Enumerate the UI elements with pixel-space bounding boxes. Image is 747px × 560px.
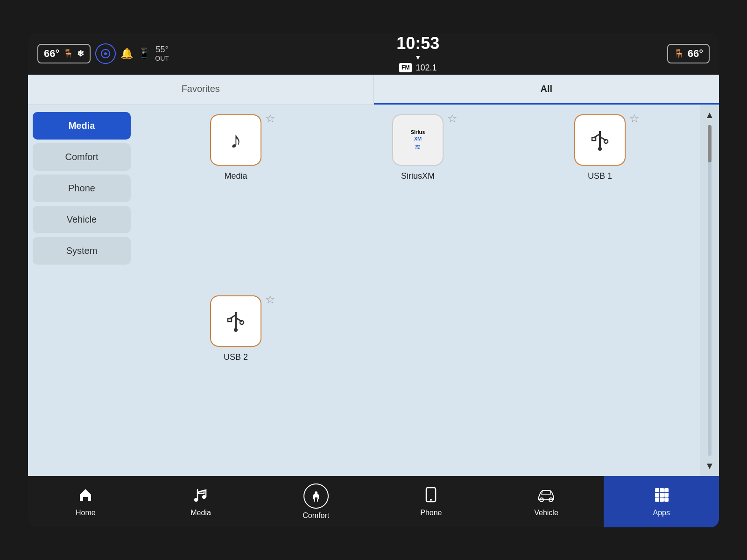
seat-heat-icon: 🪑 bbox=[63, 49, 73, 59]
svg-rect-25 bbox=[664, 493, 669, 497]
nav-media-label: Media bbox=[190, 509, 211, 517]
svg-point-5 bbox=[604, 140, 608, 143]
phone-icon[interactable]: 📱 bbox=[138, 48, 150, 60]
nav-phone-label: Phone bbox=[420, 509, 442, 517]
app-item-usb1[interactable]: ☆ USB 1 bbox=[514, 114, 686, 286]
media-icon bbox=[193, 487, 209, 506]
seat-icon-right: 🪑 bbox=[674, 49, 684, 59]
svg-rect-28 bbox=[664, 497, 669, 502]
app-icon-usb1[interactable] bbox=[574, 114, 626, 166]
sidebar-item-phone[interactable]: Phone bbox=[33, 175, 131, 202]
scroll-up-arrow[interactable]: ▲ bbox=[705, 110, 714, 120]
scrollbar: ▲ ▼ bbox=[700, 105, 719, 476]
svg-rect-4 bbox=[592, 138, 596, 140]
sirius-logo: Sirius XM ≋ bbox=[411, 129, 425, 151]
scroll-down-arrow[interactable]: ▼ bbox=[705, 461, 714, 471]
svg-rect-26 bbox=[655, 497, 659, 502]
app-label-siriusxm: SiriusXM bbox=[401, 171, 435, 181]
bottom-nav: Home Media Comfort bbox=[28, 476, 719, 527]
outside-temp: 55° OUT bbox=[155, 45, 169, 63]
app-item-media[interactable]: ♪ ☆ Media bbox=[149, 114, 322, 286]
nav-home-label: Home bbox=[76, 509, 96, 517]
tab-favorites[interactable]: Favorites bbox=[28, 75, 374, 105]
app-icon-media[interactable]: ♪ bbox=[210, 114, 261, 166]
svg-rect-27 bbox=[660, 497, 664, 502]
nav-phone[interactable]: Phone bbox=[374, 476, 489, 527]
sidebar-item-system[interactable]: System bbox=[33, 237, 131, 265]
svg-rect-21 bbox=[660, 488, 664, 492]
home-icon bbox=[78, 487, 93, 506]
svg-rect-24 bbox=[660, 493, 664, 497]
svg-point-13 bbox=[194, 498, 198, 502]
tab-bar: Favorites All bbox=[28, 75, 719, 105]
sidebar: Media Comfort Phone Vehicle System bbox=[28, 105, 135, 476]
sidebar-item-media[interactable]: Media bbox=[33, 112, 131, 140]
svg-point-17 bbox=[430, 499, 432, 501]
nav-apps[interactable]: Apps bbox=[604, 476, 719, 527]
temp-right[interactable]: 🪑 66° bbox=[667, 44, 710, 63]
nav-media[interactable]: Media bbox=[143, 476, 259, 527]
bell-icon[interactable]: 🔔 bbox=[120, 48, 133, 60]
status-bar: 66° 🪑 ❄ 🔔 📱 55° OUT 10:53 ▼ FM 1 bbox=[28, 33, 719, 75]
nav-apps-label: Apps bbox=[653, 509, 669, 517]
app-item-siriusxm[interactable]: Sirius XM ≋ ☆ SiriusXM bbox=[331, 114, 504, 286]
music-note-icon: ♪ bbox=[230, 126, 242, 154]
status-center: 10:53 ▼ FM 102.1 bbox=[396, 35, 439, 73]
scroll-thumb bbox=[708, 125, 712, 162]
temp-left[interactable]: 66° 🪑 ❄ bbox=[37, 44, 91, 63]
phone-nav-icon bbox=[424, 487, 437, 506]
svg-point-6 bbox=[598, 147, 602, 151]
svg-rect-22 bbox=[664, 488, 669, 492]
temp-left-value: 66° bbox=[44, 48, 59, 60]
app-icon-siriusxm[interactable]: Sirius XM ≋ bbox=[392, 114, 444, 166]
usb2-icon bbox=[223, 308, 248, 334]
svg-point-11 bbox=[240, 321, 244, 324]
radio-station: 102.1 bbox=[416, 63, 437, 73]
app-icon-usb2[interactable] bbox=[210, 295, 261, 347]
svg-rect-20 bbox=[655, 488, 659, 492]
main-content: Favorites All Media Comfort Phone Veh bbox=[28, 75, 719, 476]
star-icon-media[interactable]: ☆ bbox=[265, 112, 275, 125]
app-label-usb1: USB 1 bbox=[588, 171, 612, 181]
star-icon-usb2[interactable]: ☆ bbox=[265, 293, 275, 306]
nav-comfort[interactable]: Comfort bbox=[258, 476, 374, 527]
app-label-media: Media bbox=[224, 171, 247, 181]
nav-comfort-label: Comfort bbox=[303, 511, 329, 520]
infotainment-screen: 66° 🪑 ❄ 🔔 📱 55° OUT 10:53 ▼ FM 1 bbox=[28, 33, 719, 527]
apps-icon bbox=[654, 487, 669, 506]
radio-type: FM bbox=[399, 63, 412, 72]
radio-display: FM 102.1 bbox=[399, 63, 437, 73]
app-item-usb2[interactable]: ☆ USB 2 bbox=[149, 295, 322, 467]
sidebar-item-vehicle[interactable]: Vehicle bbox=[33, 206, 131, 233]
status-right: 🪑 66° bbox=[667, 44, 710, 63]
sidebar-item-comfort[interactable]: Comfort bbox=[33, 143, 131, 171]
app-label-usb2: USB 2 bbox=[224, 352, 248, 362]
star-icon-usb1[interactable]: ☆ bbox=[629, 112, 640, 125]
seat-icon: ❄ bbox=[77, 49, 84, 59]
nav-home[interactable]: Home bbox=[28, 476, 143, 527]
nav-vehicle-label: Vehicle bbox=[534, 509, 558, 517]
app-grid-container: ♪ ☆ Media Sirius XM bbox=[135, 105, 700, 476]
svg-point-12 bbox=[234, 328, 238, 332]
star-icon-sirius[interactable]: ☆ bbox=[447, 112, 458, 125]
temp-right-value: 66° bbox=[688, 48, 703, 60]
nav-vehicle[interactable]: Vehicle bbox=[489, 476, 604, 527]
status-left: 66° 🪑 ❄ 🔔 📱 55° OUT bbox=[37, 43, 169, 64]
time-display: 10:53 bbox=[396, 35, 439, 52]
vehicle-icon bbox=[536, 487, 557, 506]
audio-icon[interactable] bbox=[95, 43, 116, 64]
svg-rect-23 bbox=[655, 493, 659, 497]
tab-all[interactable]: All bbox=[374, 75, 719, 105]
scroll-track[interactable] bbox=[708, 125, 712, 456]
comfort-icon bbox=[303, 483, 329, 509]
app-grid: ♪ ☆ Media Sirius XM bbox=[135, 105, 700, 476]
chevron-down-icon[interactable]: ▼ bbox=[415, 54, 421, 61]
svg-rect-10 bbox=[228, 319, 232, 322]
usb-icon bbox=[587, 127, 613, 153]
content-row: Media Comfort Phone Vehicle System bbox=[28, 105, 719, 476]
